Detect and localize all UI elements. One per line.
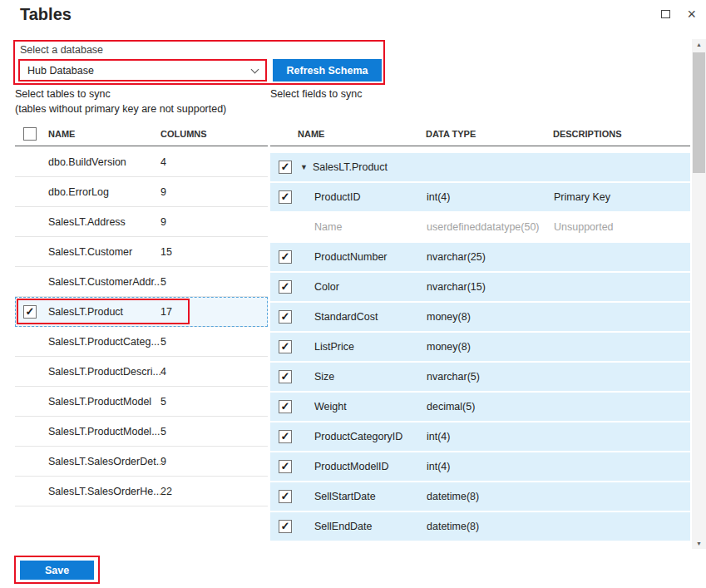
field-name-text: SellEndDate xyxy=(314,521,373,532)
field-name: Weight xyxy=(292,401,427,413)
field-checkbox[interactable]: ✓ xyxy=(279,370,292,383)
fields-list: ✓▼SalesLT.Product✓ProductIDint(4)Primary… xyxy=(270,153,690,542)
column-header-name: NAME xyxy=(48,129,160,139)
save-button[interactable]: Save xyxy=(20,561,94,580)
field-name: ProductID xyxy=(292,191,427,203)
collapse-caret-icon[interactable]: ▼ xyxy=(300,163,308,171)
field-row[interactable]: ✓SellEndDatedatetime(8) xyxy=(270,512,690,541)
table-row[interactable]: ✓SalesLT.Product17 xyxy=(15,297,268,327)
close-icon[interactable]: × xyxy=(687,8,696,20)
table-columns: 9 xyxy=(160,186,166,198)
table-row[interactable]: dbo.ErrorLog9 xyxy=(15,177,268,207)
field-name-text: ProductCategoryID xyxy=(314,431,402,442)
row-checkbox[interactable]: ✓ xyxy=(23,305,37,319)
field-row[interactable]: ✓SellStartDatedatetime(8) xyxy=(270,482,690,511)
table-name: SalesLT.ProductCateg... xyxy=(48,336,160,348)
field-row[interactable]: ✓Sizenvarchar(5) xyxy=(270,363,690,391)
field-data-type: int(4) xyxy=(427,431,554,442)
table-row[interactable]: dbo.BuildVersion4 xyxy=(15,147,268,177)
field-row[interactable]: ✓Colornvarchar(15) xyxy=(270,273,690,301)
scrollbar[interactable]: ▲ ▼ xyxy=(692,39,706,549)
field-name: ProductCategoryID xyxy=(292,431,427,442)
select-all-checkbox[interactable] xyxy=(23,127,37,141)
field-name-text: Weight xyxy=(314,401,347,413)
field-data-type: money(8) xyxy=(427,311,554,323)
table-row[interactable]: SalesLT.ProductModel5 xyxy=(15,387,268,417)
field-checkbox[interactable]: ✓ xyxy=(279,310,292,324)
scroll-up-icon[interactable]: ▲ xyxy=(692,42,706,47)
table-name: SalesLT.Address xyxy=(48,216,160,228)
table-row[interactable]: SalesLT.ProductCateg...5 xyxy=(15,327,268,357)
field-data-type: nvarchar(25) xyxy=(427,251,554,263)
field-name-text: Color xyxy=(314,281,339,293)
table-row[interactable]: SalesLT.ProductModel...5 xyxy=(15,417,268,447)
field-row[interactable]: ✓ProductModelIDint(4) xyxy=(270,452,690,481)
field-checkbox[interactable]: ✓ xyxy=(279,490,292,503)
field-data-type: nvarchar(5) xyxy=(427,371,554,383)
table-row[interactable]: SalesLT.ProductDescri...4 xyxy=(15,357,268,387)
table-name: SalesLT.Product xyxy=(48,306,160,318)
table-columns: 4 xyxy=(160,156,166,168)
table-row[interactable]: SalesLT.Customer15 xyxy=(15,237,268,267)
field-row[interactable]: ✓ProductCategoryIDint(4) xyxy=(270,422,690,451)
field-row[interactable]: ✓Weightdecimal(5) xyxy=(270,393,690,421)
field-row[interactable]: ✓ListPricemoney(8) xyxy=(270,333,690,361)
field-checkbox[interactable]: ✓ xyxy=(279,430,292,443)
field-name-text: Name xyxy=(314,221,342,233)
table-row[interactable]: SalesLT.SalesOrderDet...9 xyxy=(15,447,268,477)
table-name: SalesLT.Customer xyxy=(48,246,160,258)
field-row[interactable]: ✓▼SalesLT.Product xyxy=(270,153,690,181)
field-name-text: ProductNumber xyxy=(314,251,388,263)
table-columns: 17 xyxy=(160,306,172,318)
table-name: SalesLT.ProductDescri... xyxy=(48,366,160,378)
table-name: SalesLT.CustomerAddr... xyxy=(48,276,160,288)
table-row[interactable]: SalesLT.SalesOrderHe...22 xyxy=(15,477,268,506)
field-checkbox[interactable]: ✓ xyxy=(279,520,292,533)
fields-header-row: NAME DATA TYPE DESCRIPTIONS xyxy=(270,121,690,146)
chevron-down-icon xyxy=(251,65,259,73)
tables-list: dbo.BuildVersion4dbo.ErrorLog9SalesLT.Ad… xyxy=(15,147,268,506)
field-checkbox[interactable]: ✓ xyxy=(279,161,292,174)
field-name-text: SellStartDate xyxy=(314,491,376,502)
field-row[interactable]: Nameuserdefineddatatype(50)Unsupported xyxy=(270,213,690,241)
page-title: Tables xyxy=(20,5,72,24)
field-row[interactable]: ✓ProductIDint(4)Primary Key xyxy=(270,183,690,211)
refresh-schema-button[interactable]: Refresh Schema xyxy=(273,59,382,82)
field-checkbox[interactable]: ✓ xyxy=(279,400,292,413)
table-columns: 4 xyxy=(160,366,166,378)
field-name-text: Size xyxy=(314,371,334,383)
database-dropdown[interactable]: Hub Database xyxy=(18,59,267,82)
table-name: SalesLT.SalesOrderHe... xyxy=(48,486,160,497)
table-columns: 22 xyxy=(160,486,172,497)
field-checkbox[interactable]: ✓ xyxy=(279,280,292,294)
restore-window-icon[interactable] xyxy=(661,10,670,18)
fields-heading: Select fields to sync xyxy=(270,88,362,100)
field-name: ProductNumber xyxy=(292,251,427,263)
scroll-down-icon[interactable]: ▼ xyxy=(692,541,706,546)
field-data-type: datetime(8) xyxy=(427,521,554,532)
field-checkbox[interactable]: ✓ xyxy=(279,460,292,473)
field-name: Name xyxy=(292,221,427,233)
field-data-type: userdefineddatatype(50) xyxy=(427,221,554,233)
field-name-text: ProductID xyxy=(314,191,361,203)
field-data-type: nvarchar(15) xyxy=(427,281,554,293)
field-row[interactable]: ✓ProductNumbernvarchar(25) xyxy=(270,243,690,271)
table-row[interactable]: SalesLT.Address9 xyxy=(15,207,268,237)
database-label: Select a database xyxy=(20,44,103,56)
field-name: Color xyxy=(292,281,427,293)
scrollbar-thumb[interactable] xyxy=(693,52,705,173)
table-name: SalesLT.ProductModel... xyxy=(48,426,160,437)
table-columns: 5 xyxy=(160,396,166,408)
field-checkbox[interactable]: ✓ xyxy=(279,250,292,264)
field-name[interactable]: ▼SalesLT.Product xyxy=(292,161,427,173)
table-row[interactable]: SalesLT.CustomerAddr...5 xyxy=(15,267,268,297)
field-name: ListPrice xyxy=(292,341,427,353)
field-data-type: money(8) xyxy=(427,341,554,353)
field-name: SellStartDate xyxy=(292,491,427,502)
field-name: ProductModelID xyxy=(292,461,427,472)
field-row[interactable]: ✓StandardCostmoney(8) xyxy=(270,303,690,331)
tables-heading: Select tables to sync xyxy=(15,88,111,100)
field-checkbox[interactable]: ✓ xyxy=(279,190,292,204)
field-checkbox[interactable]: ✓ xyxy=(279,340,292,353)
field-description: Unsupported xyxy=(554,221,690,233)
